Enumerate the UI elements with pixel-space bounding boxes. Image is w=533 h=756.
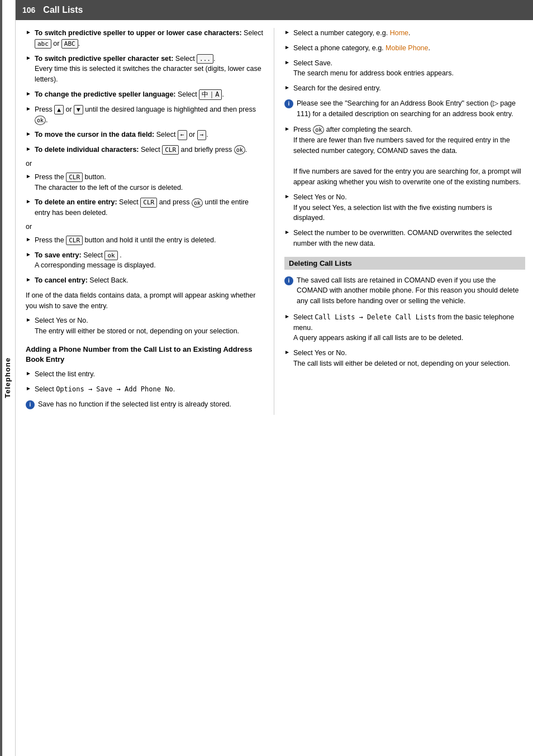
bullet-arrow-13: ►	[26, 370, 31, 376]
bullet-arrow-r4: ►	[284, 84, 290, 90]
bullet-text-13: Select the list entry.	[35, 369, 95, 380]
bullet-arrow-r9: ►	[284, 349, 290, 355]
bullet-text-1: To switch predictive speller to upper or…	[35, 28, 266, 49]
deleting-call-lists-heading: Deleting Call Lists	[284, 257, 525, 270]
bullet-text-r4: Search for the desired entry.	[293, 83, 381, 94]
info-text-3: The saved call lists are retained in COM…	[297, 275, 525, 307]
bullet-text-4: Press ▲ or ▼ until the desired language …	[35, 104, 266, 126]
info-icon-3: i	[284, 276, 293, 285]
bullet-select-save: ► Select Save. The search menu for addre…	[284, 58, 525, 79]
bullet-yes-no-r: ► Select Yes or No. If you select Yes, a…	[284, 192, 525, 223]
info-icon-2: i	[284, 99, 293, 108]
bullet-arrow-12: ►	[26, 317, 31, 323]
right-column: ► Select a number category, e.g. Home. ►…	[274, 28, 533, 415]
bullet-select-phone-cat: ► Select a phone category, e.g. Mobile P…	[284, 43, 525, 54]
bullet-arrow-6: ►	[26, 146, 31, 152]
bullet-select-call-lists: ► Select Call Lists → Delete Call Lists …	[284, 312, 525, 343]
bullet-yes-no-delete: ► Select Yes or No. The call lists will …	[284, 348, 525, 369]
info-box-save: i Save has no function if the selected l…	[26, 399, 266, 410]
bullet-text-6: To delete individual characters: Select …	[35, 145, 247, 155]
bullet-move-cursor: ► To move the cursor in the data field: …	[26, 130, 266, 140]
bullet-select-list-entry: ► Select the list entry.	[26, 369, 266, 380]
bullet-arrow-14: ►	[26, 385, 31, 391]
bullet-arrow-r7: ►	[284, 229, 290, 235]
bullet-text-r5: Press ok after completing the search. If…	[293, 125, 525, 188]
bullet-text-3: To change the predictive speller languag…	[35, 89, 224, 100]
bullet-arrow-10: ►	[26, 251, 31, 257]
bullet-text-11: To cancel entry: Select Back.	[35, 275, 129, 286]
bullet-press-arrows: ► Press ▲ or ▼ until the desired languag…	[26, 104, 266, 126]
bullet-text-r3: Select Save. The search menu for address…	[293, 58, 454, 79]
bullet-char-set: ► To switch predictive speller character…	[26, 54, 266, 85]
bullet-text-r7: Select the number to be overwritten. COM…	[293, 228, 525, 249]
or-text-2: or	[26, 223, 266, 231]
bullet-arrow-2: ►	[26, 55, 31, 61]
page-container: Telephone 106 Call Lists ► To switch pre…	[0, 0, 533, 756]
bullet-press-ok-search: ► Press ok after completing the search. …	[284, 125, 525, 188]
bullet-search-entry: ► Search for the desired entry.	[284, 83, 525, 94]
subsection-add-phone-title: Adding a Phone Number from the Call List…	[26, 344, 266, 365]
bullet-arrow-r3: ►	[284, 59, 290, 65]
bullet-text-r9: Select Yes or No. The call lists will ei…	[293, 348, 510, 369]
bullet-arrow-7: ►	[26, 173, 31, 179]
sidebar: Telephone	[0, 0, 16, 756]
plain-text-save-prompt: If one of the data fields contains data,…	[26, 290, 266, 312]
bullet-arrow-11: ►	[26, 276, 31, 283]
bullet-switch-case: ► To switch predictive speller to upper …	[26, 28, 266, 49]
bullet-text-7: Press the CLR button. The character to t…	[35, 172, 183, 193]
bullet-arrow-9: ►	[26, 236, 31, 242]
bullet-hold-clr: ► Press the CLR button and hold it until…	[26, 235, 266, 246]
bullet-arrow-8: ►	[26, 198, 31, 204]
info-text-2: Please see the "Searching for an Address…	[297, 98, 525, 119]
bullet-press-clr: ► Press the CLR button. The character to…	[26, 172, 266, 193]
bullet-text-12: Select Yes or No. The entry will either …	[35, 315, 239, 337]
bullet-yes-no-1: ► Select Yes or No. The entry will eithe…	[26, 315, 266, 337]
info-icon-1: i	[26, 400, 35, 409]
bullet-text-5: To move the cursor in the data field: Se…	[35, 130, 208, 140]
info-box-search: i Please see the "Searching for an Addre…	[284, 98, 525, 119]
bullet-arrow-r1: ►	[284, 29, 290, 35]
bullet-delete-chars: ► To delete individual characters: Selec…	[26, 145, 266, 155]
bullet-text-8: To delete an entire entry: Select CLR an…	[35, 197, 266, 218]
bullet-save-entry: ► To save entry: Select ok . A correspon…	[26, 250, 266, 271]
page-number: 106	[22, 6, 35, 15]
left-column: ► To switch predictive speller to upper …	[16, 28, 274, 415]
bullet-text-2: To switch predictive speller character s…	[35, 54, 266, 85]
bullet-select-options-save: ► Select Options → Save → Add Phone No.	[26, 384, 266, 395]
bullet-text-r2: Select a phone category, e.g. Mobile Pho…	[293, 43, 430, 54]
main-content: 106 Call Lists ► To switch predictive sp…	[16, 0, 533, 756]
bullet-arrow-r2: ►	[284, 44, 290, 50]
bullet-select-overwrite: ► Select the number to be overwritten. C…	[284, 228, 525, 249]
or-text-1: or	[26, 160, 266, 168]
header-bar: 106 Call Lists	[16, 0, 533, 20]
bullet-arrow-1: ►	[26, 29, 31, 35]
bullet-change-lang: ► To change the predictive speller langu…	[26, 89, 266, 100]
bullet-text-r1: Select a number category, e.g. Home.	[293, 28, 411, 39]
bullet-arrow-3: ►	[26, 90, 31, 97]
bullet-arrow-r6: ►	[284, 193, 290, 199]
bullet-text-10: To save entry: Select ok . A correspondi…	[35, 250, 156, 271]
sidebar-accent-line	[0, 0, 2, 756]
bullet-arrow-4: ►	[26, 106, 31, 112]
bullet-text-14: Select Options → Save → Add Phone No.	[35, 384, 175, 395]
info-text-1: Save has no function if the selected lis…	[38, 399, 231, 410]
bullet-text-r6: Select Yes or No. If you select Yes, a s…	[293, 192, 525, 223]
content-columns: ► To switch predictive speller to upper …	[16, 20, 533, 423]
bullet-text-r8: Select Call Lists → Delete Call Lists fr…	[293, 312, 525, 343]
bullet-arrow-r8: ►	[284, 313, 290, 319]
sidebar-label: Telephone	[3, 357, 12, 398]
page-title: Call Lists	[43, 5, 83, 15]
bullet-delete-entry: ► To delete an entire entry: Select CLR …	[26, 197, 266, 218]
info-box-retain: i The saved call lists are retained in C…	[284, 275, 525, 307]
bullet-text-9: Press the CLR button and hold it until t…	[35, 235, 216, 246]
bullet-select-num-cat: ► Select a number category, e.g. Home.	[284, 28, 525, 39]
bullet-arrow-r5: ►	[284, 126, 290, 132]
bullet-arrow-5: ►	[26, 131, 31, 137]
bullet-cancel-entry: ► To cancel entry: Select Back.	[26, 275, 266, 286]
